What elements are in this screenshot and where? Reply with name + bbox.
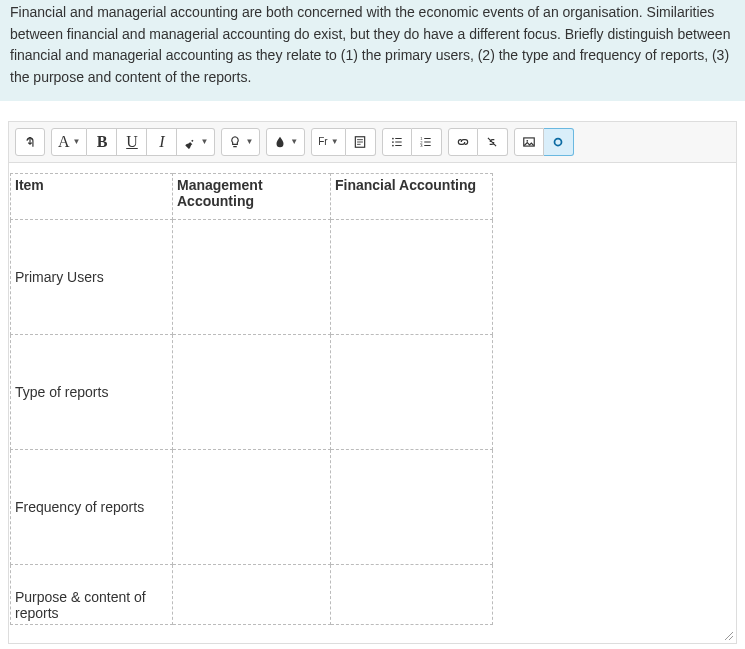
font-style-label: A xyxy=(58,133,70,151)
bold-button[interactable]: B xyxy=(87,128,117,156)
svg-point-9 xyxy=(555,138,562,145)
underline-button[interactable]: U xyxy=(117,128,147,156)
chevron-down-icon: ▼ xyxy=(73,137,81,146)
cell-mgmt[interactable] xyxy=(173,334,331,449)
cell-mgmt[interactable] xyxy=(173,219,331,334)
editor-toolbar: A ▼ B U I ▼ ▼ xyxy=(9,122,736,163)
unordered-list-button[interactable] xyxy=(382,128,412,156)
record-button[interactable] xyxy=(544,128,574,156)
rich-text-editor: A ▼ B U I ▼ ▼ xyxy=(8,121,737,644)
header-item[interactable]: Item xyxy=(11,173,173,219)
cell-fin[interactable] xyxy=(331,564,493,624)
text-color-dropdown[interactable]: ▼ xyxy=(266,128,305,156)
cell-fin[interactable] xyxy=(331,219,493,334)
row-label[interactable]: Primary Users xyxy=(11,219,173,334)
bullet-list-icon xyxy=(390,135,404,149)
chevron-down-icon: ▼ xyxy=(331,137,339,146)
link-icon xyxy=(456,135,470,149)
cell-mgmt[interactable] xyxy=(173,449,331,564)
record-icon xyxy=(551,135,565,149)
row-label[interactable]: Purpose & content of reports xyxy=(11,564,173,624)
header-fin[interactable]: Financial Accounting xyxy=(331,173,493,219)
chevron-down-icon: ▼ xyxy=(245,137,253,146)
table-row: Purpose & content of reports xyxy=(11,564,493,624)
font-style-dropdown[interactable]: A ▼ xyxy=(51,128,87,156)
image-icon xyxy=(522,135,536,149)
brush-icon xyxy=(183,135,197,149)
font-family-dropdown[interactable]: Fr ▼ xyxy=(311,128,345,156)
svg-point-8 xyxy=(526,140,528,142)
lightbulb-icon xyxy=(228,135,242,149)
table-row: Frequency of reports xyxy=(11,449,493,564)
italic-button[interactable]: I xyxy=(147,128,177,156)
table-row: Type of reports xyxy=(11,334,493,449)
question-prompt: Financial and managerial accounting are … xyxy=(0,0,745,101)
image-button[interactable] xyxy=(514,128,544,156)
resize-handle[interactable] xyxy=(722,629,734,641)
editor-content-area[interactable]: Item Management Accounting Financial Acc… xyxy=(9,163,736,643)
drop-icon xyxy=(273,135,287,149)
table-row: Primary Users xyxy=(11,219,493,334)
cell-fin[interactable] xyxy=(331,334,493,449)
row-label[interactable]: Frequency of reports xyxy=(11,449,173,564)
numbered-list-icon: 123 xyxy=(419,135,433,149)
toggle-toolbar-button[interactable] xyxy=(15,128,45,156)
row-label[interactable]: Type of reports xyxy=(11,334,173,449)
chevron-down-icon: ▼ xyxy=(290,137,298,146)
cell-fin[interactable] xyxy=(331,449,493,564)
svg-text:3: 3 xyxy=(420,143,423,148)
unlink-icon xyxy=(485,135,499,149)
highlight-dropdown[interactable]: ▼ xyxy=(221,128,260,156)
answer-table[interactable]: Item Management Accounting Financial Acc… xyxy=(10,173,493,625)
header-mgmt[interactable]: Management Accounting xyxy=(173,173,331,219)
chevron-down-icon: ▼ xyxy=(200,137,208,146)
clear-formatting-dropdown[interactable]: ▼ xyxy=(177,128,215,156)
svg-point-3 xyxy=(392,144,394,146)
svg-point-1 xyxy=(392,137,394,139)
insert-special-button[interactable] xyxy=(346,128,376,156)
cell-mgmt[interactable] xyxy=(173,564,331,624)
page-icon xyxy=(353,135,367,149)
table-header-row: Item Management Accounting Financial Acc… xyxy=(11,173,493,219)
ordered-list-button[interactable]: 123 xyxy=(412,128,442,156)
link-button[interactable] xyxy=(448,128,478,156)
svg-point-2 xyxy=(392,141,394,143)
unlink-button[interactable] xyxy=(478,128,508,156)
